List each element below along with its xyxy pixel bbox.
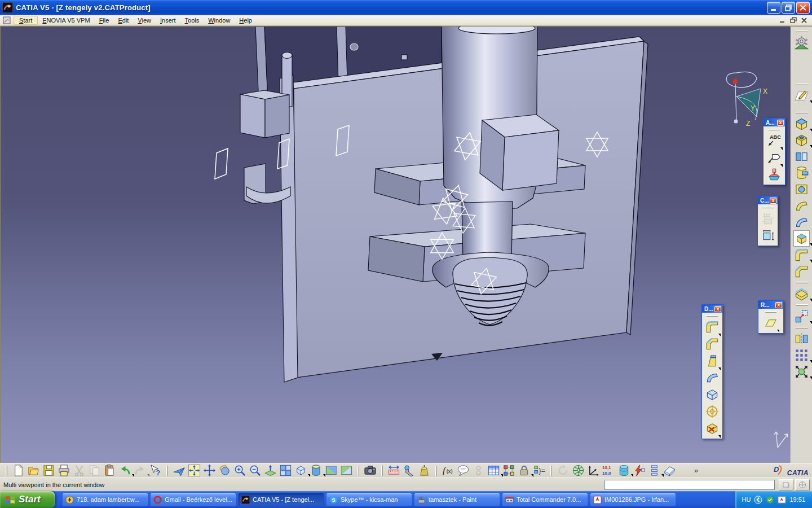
restore-button[interactable] bbox=[782, 2, 795, 14]
shading-mode-button[interactable] bbox=[310, 464, 323, 477]
measure-inertia-button[interactable] bbox=[418, 464, 431, 477]
sketcher-icon[interactable] bbox=[794, 88, 809, 103]
swap-visible-space-button[interactable] bbox=[340, 464, 353, 477]
draft-angle-icon[interactable] bbox=[705, 353, 720, 368]
mdi-minimize-button[interactable] bbox=[778, 16, 787, 25]
isometric-view-button[interactable] bbox=[294, 464, 307, 477]
instantiate-power-copy-button[interactable] bbox=[633, 464, 646, 477]
toolbar-grip[interactable] bbox=[6, 466, 7, 476]
3d-viewport[interactable]: X Y Z A... x C... x bbox=[0, 26, 791, 463]
menu-enovia[interactable]: ENOVIA V5 VPM bbox=[38, 16, 94, 25]
task-irfanview[interactable]: IM001286.JPG - Irfan... bbox=[590, 493, 676, 506]
rib-icon[interactable] bbox=[794, 198, 809, 213]
toolbar-grip[interactable] bbox=[796, 282, 808, 283]
translate-icon[interactable] bbox=[794, 309, 809, 324]
design-table-button[interactable] bbox=[487, 464, 500, 477]
menu-help[interactable]: Help bbox=[235, 16, 257, 25]
camera-capture-button[interactable] bbox=[364, 464, 377, 477]
menu-start[interactable]: Start bbox=[14, 16, 38, 25]
document-icon[interactable] bbox=[2, 16, 11, 25]
thickness-icon[interactable] bbox=[705, 387, 720, 402]
menu-insert[interactable]: Insert bbox=[156, 16, 180, 25]
open-button[interactable] bbox=[27, 464, 40, 477]
catalog-browser-button[interactable] bbox=[617, 464, 630, 477]
groove-icon[interactable] bbox=[794, 165, 809, 181]
toolbar-dress-up-title[interactable]: D... x bbox=[702, 305, 722, 313]
dialog-expand-button[interactable] bbox=[779, 479, 793, 491]
toolbar-constraints[interactable]: C... x bbox=[757, 196, 778, 246]
language-indicator[interactable]: HU bbox=[742, 496, 751, 503]
menu-view[interactable]: View bbox=[133, 16, 156, 25]
toolbar-grip[interactable] bbox=[796, 327, 808, 329]
hide-show-button[interactable] bbox=[325, 464, 338, 477]
clean-erase-button[interactable] bbox=[663, 464, 676, 477]
remove-face-icon[interactable] bbox=[705, 421, 720, 436]
axis-system-button[interactable] bbox=[587, 464, 600, 477]
shaft-icon[interactable] bbox=[794, 149, 809, 164]
task-winamp[interactable]: 718. adam lambert:w... bbox=[62, 493, 148, 506]
scaling-icon[interactable] bbox=[794, 364, 809, 379]
model-boss-block[interactable] bbox=[480, 115, 559, 190]
toolbar-grip[interactable] bbox=[796, 84, 808, 85]
toolbar-grip[interactable] bbox=[435, 466, 437, 476]
pad-icon[interactable] bbox=[794, 116, 809, 132]
toolbar-annotations[interactable]: A... x bbox=[763, 118, 785, 185]
start-button[interactable]: Start bbox=[0, 491, 55, 508]
toolbar-grip[interactable] bbox=[769, 129, 780, 130]
toolbar-reference-title[interactable]: R... x bbox=[758, 301, 783, 309]
hole-icon[interactable] bbox=[794, 182, 809, 197]
measure-item-button[interactable] bbox=[403, 464, 416, 477]
normal-view-button[interactable] bbox=[264, 464, 277, 477]
toolbar-grip[interactable] bbox=[796, 112, 808, 113]
fit-all-in-button[interactable] bbox=[188, 464, 201, 477]
menu-tools[interactable]: Tools bbox=[180, 16, 204, 25]
fly-mode-button[interactable] bbox=[173, 464, 186, 477]
variable-fillet-icon[interactable] bbox=[705, 370, 720, 385]
lock-button[interactable] bbox=[518, 464, 531, 477]
slot-icon[interactable] bbox=[794, 214, 809, 230]
pocket-icon[interactable] bbox=[794, 133, 809, 148]
knowledge-tree-button[interactable] bbox=[502, 464, 515, 477]
task-skype[interactable]: Skype™ - kicsa-man bbox=[326, 493, 412, 506]
menu-file[interactable]: File bbox=[95, 16, 114, 25]
paste-button[interactable] bbox=[103, 464, 116, 477]
toolbar-grip[interactable] bbox=[796, 304, 808, 306]
toolbar-grip[interactable] bbox=[166, 466, 168, 476]
toolbar-reference-elements[interactable]: R... x bbox=[758, 300, 784, 334]
constraints-icon[interactable] bbox=[761, 211, 775, 226]
whats-this-button[interactable] bbox=[149, 464, 162, 477]
rotate-button[interactable] bbox=[218, 464, 231, 477]
mirror-icon[interactable] bbox=[794, 331, 809, 347]
command-list-button[interactable] bbox=[648, 464, 661, 477]
toolbar-grip[interactable] bbox=[707, 315, 718, 317]
edge-fillet-icon[interactable] bbox=[794, 247, 809, 262]
toolbar-grip[interactable] bbox=[765, 311, 776, 313]
toolbar-grip[interactable] bbox=[762, 207, 774, 208]
thread-tap-icon[interactable] bbox=[705, 404, 720, 419]
comment-button[interactable] bbox=[457, 464, 470, 477]
toolbar-grip[interactable] bbox=[796, 30, 808, 32]
rectangular-pattern-icon[interactable] bbox=[794, 348, 809, 363]
irfanview-tray-icon[interactable] bbox=[778, 496, 786, 504]
menu-window[interactable]: Window bbox=[204, 16, 235, 25]
measure-between-button[interactable] bbox=[387, 464, 400, 477]
close-icon[interactable]: x bbox=[775, 302, 782, 308]
save-button[interactable] bbox=[42, 464, 55, 477]
datum-target-icon[interactable] bbox=[767, 167, 782, 182]
shell-icon[interactable] bbox=[794, 286, 809, 301]
formula-fx-button[interactable] bbox=[442, 464, 454, 477]
close-icon[interactable]: x bbox=[770, 198, 776, 204]
3d-scene[interactable]: X Y Z bbox=[1, 27, 791, 463]
task-catia[interactable]: CATIA V5 - [Z tengel... bbox=[238, 493, 324, 506]
plane-icon[interactable] bbox=[764, 316, 778, 330]
grid-snap-button[interactable]: 10,1 10,0 bbox=[602, 464, 615, 477]
new-button[interactable] bbox=[12, 464, 25, 477]
task-paint[interactable]: tamasztek - Paint bbox=[414, 493, 500, 506]
workbench-gear-icon[interactable] bbox=[794, 35, 809, 50]
zoom-out-button[interactable] bbox=[249, 464, 262, 477]
stiffener-icon[interactable] bbox=[794, 231, 809, 246]
compass-handle[interactable] bbox=[733, 79, 738, 84]
toolbar-annotations-title[interactable]: A... x bbox=[764, 119, 785, 126]
toolbar-grip[interactable] bbox=[358, 466, 359, 476]
clock[interactable]: 19:51 bbox=[789, 496, 805, 503]
